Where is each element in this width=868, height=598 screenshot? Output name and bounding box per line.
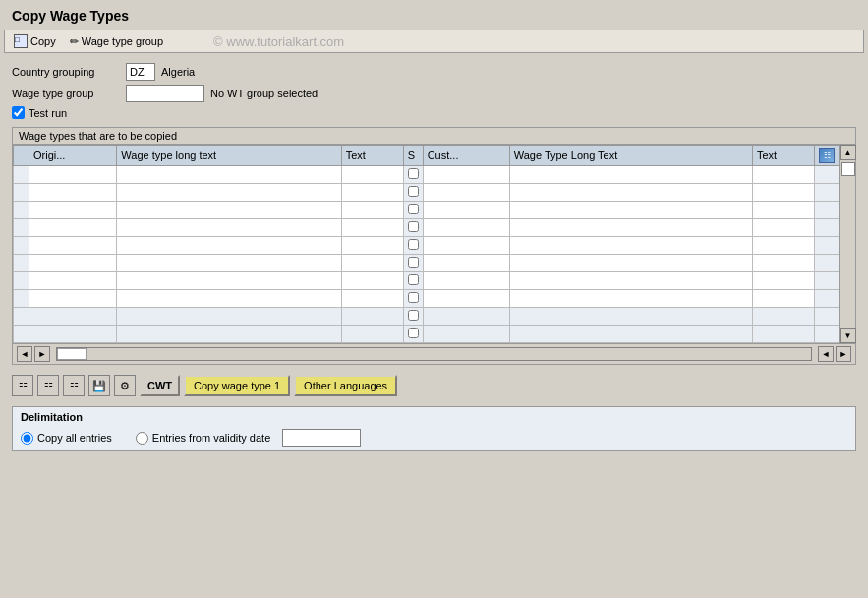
nav-left-button[interactable]: ◄ — [17, 346, 32, 362]
row-s-checkbox-6[interactable] — [408, 257, 419, 268]
row-cust-text-1[interactable] — [752, 166, 814, 184]
row-cust-6[interactable] — [423, 255, 509, 272]
row-cust-10[interactable] — [423, 326, 509, 343]
country-name: Algeria — [161, 66, 195, 78]
row-cust-text-4[interactable] — [752, 219, 814, 237]
row-sel-5 — [14, 237, 29, 255]
row-s-checkbox-5[interactable] — [408, 239, 419, 250]
row-cust-text-6[interactable] — [752, 255, 814, 272]
settings-icon-btn[interactable]: ⚙ — [114, 375, 136, 396]
copy-wage-type-button[interactable]: Copy wage type 1 — [184, 375, 290, 396]
row-s-checkbox-7[interactable] — [408, 274, 419, 285]
row-cust-8[interactable] — [423, 290, 509, 308]
row-s-checkbox-10[interactable] — [408, 328, 419, 338]
save-icon-btn[interactable]: 💾 — [88, 375, 110, 396]
row-long-text-1[interactable] — [117, 166, 341, 184]
row-long-text-9[interactable] — [117, 308, 341, 326]
row-cust-text-2[interactable] — [752, 184, 814, 202]
row-text-4[interactable] — [341, 219, 403, 237]
row-text-8[interactable] — [341, 290, 403, 308]
row-cust-9[interactable] — [423, 308, 509, 326]
row-cust-text-9[interactable] — [752, 308, 814, 326]
row-text-2[interactable] — [341, 184, 403, 202]
row-origin-7[interactable] — [29, 272, 117, 290]
row-text-7[interactable] — [341, 272, 403, 290]
scroll-thumb[interactable] — [841, 162, 855, 176]
row-origin-8[interactable] — [29, 290, 117, 308]
entries-from-radio[interactable] — [136, 432, 148, 445]
row-cust-3[interactable] — [423, 202, 509, 219]
row-long-text-4[interactable] — [117, 219, 341, 237]
row-cust-long-3[interactable] — [509, 202, 752, 219]
row-s-checkbox-3[interactable] — [408, 204, 419, 214]
wage-type-group-toolbar-item[interactable]: ✏ Wage type group — [67, 34, 166, 49]
row-cust-long-10[interactable] — [509, 326, 752, 343]
scroll-up-button[interactable]: ▲ — [840, 145, 856, 160]
scroll-down-button[interactable]: ▼ — [840, 328, 856, 343]
column-settings-icon[interactable]: ☷ — [819, 148, 835, 163]
cwt-button[interactable]: CWT — [140, 375, 180, 396]
grid-icon-btn-3[interactable]: ☷ — [63, 375, 85, 396]
row-long-text-7[interactable] — [117, 272, 341, 290]
row-text-1[interactable] — [341, 166, 403, 184]
row-origin-2[interactable] — [29, 184, 117, 202]
country-grouping-input[interactable] — [126, 63, 155, 81]
horizontal-scrollbar-track[interactable] — [56, 347, 812, 361]
row-cust-long-7[interactable] — [509, 272, 752, 290]
row-origin-10[interactable] — [29, 326, 117, 343]
row-long-text-3[interactable] — [117, 202, 341, 219]
row-end-2 — [815, 184, 839, 202]
horizontal-scroll-thumb[interactable] — [57, 348, 87, 360]
row-long-text-5[interactable] — [117, 237, 341, 255]
row-cust-2[interactable] — [423, 184, 509, 202]
row-cust-long-9[interactable] — [509, 308, 752, 326]
row-cust-text-3[interactable] — [752, 202, 814, 219]
test-run-checkbox[interactable] — [12, 106, 25, 119]
nav-right-end-button[interactable]: ◄ — [818, 346, 834, 362]
row-text-6[interactable] — [341, 255, 403, 272]
row-long-text-10[interactable] — [117, 326, 341, 343]
table-row — [14, 166, 839, 184]
copy-all-radio[interactable] — [21, 432, 33, 445]
nav-right-end-button2[interactable]: ► — [836, 346, 851, 362]
row-cust-text-7[interactable] — [752, 272, 814, 290]
row-origin-3[interactable] — [29, 202, 117, 219]
row-text-10[interactable] — [341, 326, 403, 343]
row-origin-4[interactable] — [29, 219, 117, 237]
row-cust-text-10[interactable] — [752, 326, 814, 343]
row-s-checkbox-8[interactable] — [408, 292, 419, 303]
wage-type-group-input[interactable] — [126, 85, 204, 102]
row-cust-long-5[interactable] — [509, 237, 752, 255]
row-s-checkbox-2[interactable] — [408, 186, 419, 197]
row-cust-4[interactable] — [423, 219, 509, 237]
row-long-text-6[interactable] — [117, 255, 341, 272]
row-cust-long-2[interactable] — [509, 184, 752, 202]
row-text-5[interactable] — [341, 237, 403, 255]
other-languages-button[interactable]: Other Languages — [294, 375, 397, 396]
row-long-text-2[interactable] — [117, 184, 341, 202]
row-s-checkbox-9[interactable] — [408, 310, 419, 321]
row-cust-long-8[interactable] — [509, 290, 752, 308]
row-cust-text-8[interactable] — [752, 290, 814, 308]
grid-icon-btn-2[interactable]: ☷ — [37, 375, 59, 396]
row-s-checkbox-4[interactable] — [408, 221, 419, 232]
row-s-checkbox-1[interactable] — [408, 168, 419, 179]
row-long-text-8[interactable] — [117, 290, 341, 308]
row-cust-text-5[interactable] — [752, 237, 814, 255]
row-origin-1[interactable] — [29, 166, 117, 184]
grid-icon-btn-1[interactable]: ☷ — [12, 375, 33, 396]
validity-date-input[interactable] — [282, 429, 361, 447]
row-cust-long-1[interactable] — [509, 166, 752, 184]
row-cust-5[interactable] — [423, 237, 509, 255]
copy-toolbar-item[interactable]: □ Copy — [11, 33, 59, 49]
row-text-9[interactable] — [341, 308, 403, 326]
row-cust-1[interactable] — [423, 166, 509, 184]
row-cust-long-4[interactable] — [509, 219, 752, 237]
row-cust-7[interactable] — [423, 272, 509, 290]
nav-right-button[interactable]: ► — [34, 346, 50, 362]
row-cust-long-6[interactable] — [509, 255, 752, 272]
row-origin-5[interactable] — [29, 237, 117, 255]
row-origin-6[interactable] — [29, 255, 117, 272]
row-origin-9[interactable] — [29, 308, 117, 326]
row-text-3[interactable] — [341, 202, 403, 219]
